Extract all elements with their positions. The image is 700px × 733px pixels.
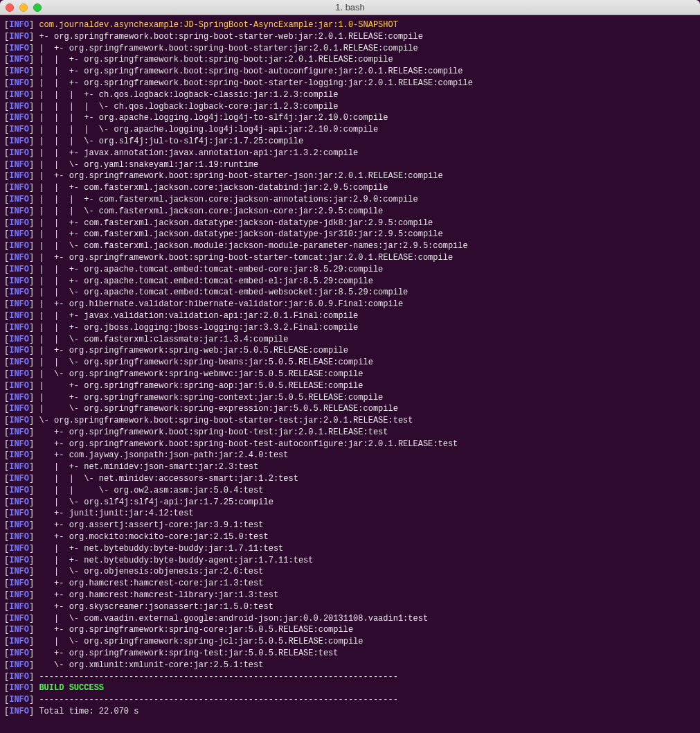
log-message: | | | | \- ch.qos.logback:logback-core:j… xyxy=(39,102,338,112)
bracket-close: ] xyxy=(29,20,39,30)
bracket-close: ] xyxy=(29,625,39,635)
bracket-close: ] xyxy=(29,171,39,181)
bracket-close: ] xyxy=(29,567,39,576)
log-message: | | \- com.fasterxml:classmate:jar:1.3.4… xyxy=(39,335,288,344)
log-line: [INFO] +- org.hamcrest:hamcrest-core:jar… xyxy=(4,578,696,590)
log-line: [INFO] +- com.jayway.jsonpath:json-path:… xyxy=(4,450,696,461)
log-message: | | | +- ch.qos.logback:logback-classic:… xyxy=(39,90,338,100)
log-message: | | +- org.springframework.boot:spring-b… xyxy=(39,67,463,76)
log-message: | +- org.springframework:spring-aop:jar:… xyxy=(39,381,363,391)
log-level: INFO xyxy=(9,416,29,425)
log-level: INFO xyxy=(9,544,29,554)
log-level: INFO xyxy=(9,404,29,414)
log-message: com.journaldev.asynchexample:JD-SpringBo… xyxy=(39,20,397,30)
log-level: INFO xyxy=(9,288,29,297)
log-level: INFO xyxy=(9,520,29,530)
log-message: +- org.skyscreamer:jsonassert:jar:1.5.0:… xyxy=(39,602,273,612)
log-level: INFO xyxy=(9,195,29,204)
bracket-close: ] xyxy=(29,229,39,239)
log-level: INFO xyxy=(9,474,29,484)
log-line: [INFO] +- junit:junit:jar:4.12:test xyxy=(4,508,696,520)
log-line: [INFO] | \- com.vaadin.external.google:a… xyxy=(4,613,696,625)
bracket-close: ] xyxy=(29,579,39,588)
bracket-close: ] xyxy=(29,486,39,495)
log-line: [INFO] | | | +- org.apache.logging.log4j… xyxy=(4,112,696,124)
log-line: [INFO] ---------------------------------… xyxy=(4,694,696,706)
log-message: | | \- net.minidev:accessors-smart:jar:1… xyxy=(39,474,298,484)
bracket-close: ] xyxy=(29,241,39,251)
bracket-close: ] xyxy=(29,672,39,682)
bracket-close: ] xyxy=(29,462,39,472)
log-message: | \- org.springframework:spring-jcl:jar:… xyxy=(39,637,363,646)
log-level: INFO xyxy=(9,497,29,507)
log-message: | | +- org.springframework.boot:spring-b… xyxy=(39,55,393,64)
log-line: [INFO] \- org.springframework.boot:sprin… xyxy=(4,415,696,427)
close-window-button[interactable] xyxy=(6,3,14,12)
bracket-close: ] xyxy=(29,404,39,414)
log-message: | | \- org.springframework:spring-beans:… xyxy=(39,357,373,367)
log-message: +- org.assertj:assertj-core:jar:3.9.1:te… xyxy=(39,520,263,530)
log-level: INFO xyxy=(9,67,29,76)
log-line: [INFO] | \- org.slf4j:slf4j-api:jar:1.7.… xyxy=(4,497,696,509)
log-level: INFO xyxy=(9,486,29,495)
log-level: INFO xyxy=(9,323,29,333)
maximize-window-button[interactable] xyxy=(33,3,42,12)
log-level: INFO xyxy=(9,427,29,437)
minimize-window-button[interactable] xyxy=(19,3,28,12)
bracket-close: ] xyxy=(29,206,39,216)
log-line: [INFO] | | +- org.springframework.boot:s… xyxy=(4,78,696,89)
log-message: | | +- javax.validation:validation-api:j… xyxy=(39,311,358,321)
log-message: +- com.jayway.jsonpath:json-path:jar:2.4… xyxy=(39,450,288,460)
log-level: INFO xyxy=(9,357,29,367)
bracket-close: ] xyxy=(29,265,39,274)
log-message: +- org.hamcrest:hamcrest-library:jar:1.3… xyxy=(39,590,278,600)
log-line: [INFO] Total time: 22.070 s xyxy=(4,706,696,718)
bracket-close: ] xyxy=(29,136,39,146)
log-message: | \- org.springframework:spring-expressi… xyxy=(39,404,397,414)
log-message: +- org.springframework:spring-core:jar:5… xyxy=(39,625,353,635)
bracket-close: ] xyxy=(29,416,39,425)
log-level: INFO xyxy=(9,579,29,588)
log-level: INFO xyxy=(9,44,29,53)
log-message: | | \- org.ow2.asm:asm:jar:5.0.4:test xyxy=(39,486,263,495)
log-message: | +- org.springframework:spring-web:jar:… xyxy=(39,346,348,355)
log-message: | | +- org.springframework.boot:spring-b… xyxy=(39,78,473,88)
bracket-close: ] xyxy=(29,648,39,658)
bracket-close: ] xyxy=(29,369,39,379)
log-message: \- org.xmlunit:xmlunit-core:jar:2.5.1:te… xyxy=(39,660,263,670)
log-level: INFO xyxy=(9,183,29,193)
log-line: [INFO] | +- net.bytebuddy:byte-buddy:jar… xyxy=(4,543,696,555)
log-message: | +- org.hibernate.validator:hibernate-v… xyxy=(39,299,403,309)
log-level: INFO xyxy=(9,276,29,286)
bracket-close: ] xyxy=(29,637,39,646)
log-line: [INFO] | | +- com.fasterxml.jackson.core… xyxy=(4,182,696,194)
log-line: [INFO] ---------------------------------… xyxy=(4,671,696,683)
log-level: INFO xyxy=(9,229,29,239)
log-level: INFO xyxy=(9,567,29,576)
bracket-close: ] xyxy=(29,288,39,297)
log-line: [INFO] | | +- org.jboss.logging:jboss-lo… xyxy=(4,322,696,334)
log-message: | | | +- org.apache.logging.log4j:log4j-… xyxy=(39,113,388,123)
log-level: INFO xyxy=(9,160,29,170)
log-level: INFO xyxy=(9,672,29,682)
log-message: | | | +- com.fasterxml.jackson.core:jack… xyxy=(39,195,418,204)
log-level: INFO xyxy=(9,660,29,670)
log-level: INFO xyxy=(9,393,29,403)
bracket-close: ] xyxy=(29,660,39,670)
bracket-close: ] xyxy=(29,520,39,530)
log-line: [INFO] | | +- com.fasterxml.jackson.data… xyxy=(4,229,696,240)
log-line: [INFO] | +- net.bytebuddy:byte-buddy-age… xyxy=(4,555,696,567)
bracket-close: ] xyxy=(29,614,39,624)
log-line: [INFO] | | +- javax.annotation:javax.ann… xyxy=(4,148,696,159)
log-line: [INFO] | +- org.springframework:spring-a… xyxy=(4,380,696,392)
log-level: INFO xyxy=(9,78,29,88)
log-level: INFO xyxy=(9,32,29,42)
log-line: [INFO] | \- org.objenesis:objenesis:jar:… xyxy=(4,566,696,578)
log-message: +- org.springframework.boot:spring-boot-… xyxy=(39,427,388,437)
bracket-close: ] xyxy=(29,381,39,391)
log-level: INFO xyxy=(9,299,29,309)
log-message: | | \- com.fasterxml.jackson.module:jack… xyxy=(39,241,467,251)
terminal-output[interactable]: [INFO] com.journaldev.asynchexample:JD-S… xyxy=(0,15,700,722)
bracket-close: ] xyxy=(29,427,39,437)
log-message: | +- net.bytebuddy:byte-buddy-agent:jar:… xyxy=(39,556,313,565)
